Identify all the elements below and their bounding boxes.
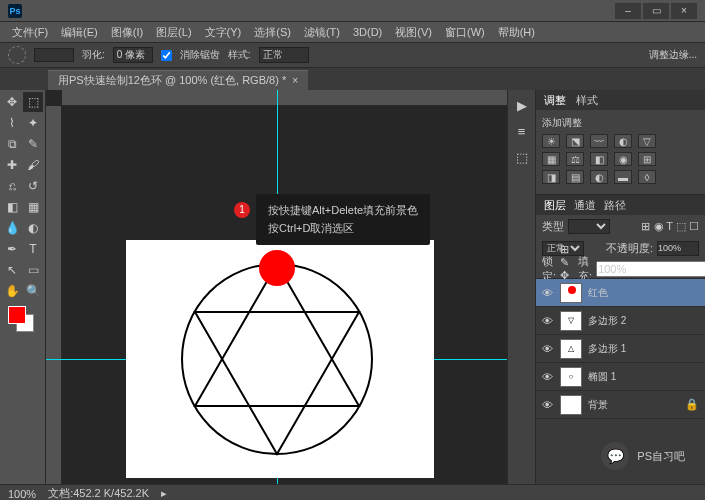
brightness-icon[interactable]: ☀	[542, 134, 560, 148]
layer-row[interactable]: 👁 背景 🔒	[536, 391, 705, 419]
color-swatches[interactable]	[2, 302, 43, 336]
layer-thumb[interactable]: △	[560, 339, 582, 359]
history-icon[interactable]: ▶	[513, 96, 531, 114]
brush-tool[interactable]: 🖌	[23, 155, 43, 175]
layer-name[interactable]: 红色	[588, 286, 608, 300]
menu-edit[interactable]: 编辑(E)	[55, 23, 104, 42]
gradient-tool[interactable]: ▦	[23, 197, 43, 217]
shape-tool[interactable]: ▭	[23, 260, 43, 280]
layer-row[interactable]: 👁 ▽ 多边形 2	[536, 307, 705, 335]
marquee-tool[interactable]: ⬚	[23, 92, 43, 112]
text-tool[interactable]: T	[23, 239, 43, 259]
pen-tool[interactable]: ✒	[2, 239, 22, 259]
tab-close-icon[interactable]: ×	[292, 75, 298, 86]
tooltip-number: 1	[234, 202, 250, 218]
channels-tab[interactable]: 通道	[574, 198, 596, 213]
color-balance-icon[interactable]: ⚖	[566, 152, 584, 166]
close-button[interactable]: ×	[671, 3, 697, 19]
tools-panel: ✥ ⬚ ⌇ ✦ ⧉ ✎ ✚ 🖌 ⎌ ↺ ◧ ▦ 💧 ◐ ✒ T ↖ ▭ ✋ 🔍	[0, 90, 46, 484]
exposure-icon[interactable]: ◐	[614, 134, 632, 148]
layer-thumb[interactable]: ▽	[560, 311, 582, 331]
layer-row[interactable]: 👁 △ 多边形 1	[536, 335, 705, 363]
paths-tab[interactable]: 路径	[604, 198, 626, 213]
blur-tool[interactable]: 💧	[2, 218, 22, 238]
layer-thumb[interactable]	[560, 283, 582, 303]
selective-color-icon[interactable]: ◊	[638, 170, 656, 184]
dodge-tool[interactable]: ◐	[23, 218, 43, 238]
canvas-area[interactable]: 1 按快捷键Alt+Delete填充前景色 按Ctrl+D取消选区	[46, 90, 507, 484]
lasso-tool[interactable]: ⌇	[2, 113, 22, 133]
visibility-icon[interactable]: 👁	[542, 315, 554, 327]
visibility-icon[interactable]: 👁	[542, 287, 554, 299]
visibility-icon[interactable]: 👁	[542, 399, 554, 411]
eraser-tool[interactable]: ◧	[2, 197, 22, 217]
refine-edge[interactable]: 调整边缘...	[649, 48, 697, 62]
zoom-tool[interactable]: 🔍	[23, 281, 43, 301]
menu-image[interactable]: 图像(I)	[105, 23, 149, 42]
layer-name[interactable]: 背景	[588, 398, 608, 412]
hue-icon[interactable]: ▦	[542, 152, 560, 166]
layer-thumb[interactable]	[560, 395, 582, 415]
wand-tool[interactable]: ✦	[23, 113, 43, 133]
channel-mixer-icon[interactable]: ⊞	[638, 152, 656, 166]
document-tab[interactable]: 用PS快速绘制12色环 @ 100% (红色, RGB/8) * ×	[48, 70, 308, 90]
menu-select[interactable]: 选择(S)	[248, 23, 297, 42]
fill-input[interactable]	[596, 261, 705, 277]
gradient-map-icon[interactable]: ▬	[614, 170, 632, 184]
menu-file[interactable]: 文件(F)	[6, 23, 54, 42]
layer-row[interactable]: 👁 ○ 椭圆 1	[536, 363, 705, 391]
menu-filter[interactable]: 滤镜(T)	[298, 23, 346, 42]
layer-name[interactable]: 多边形 2	[588, 314, 626, 328]
antialias-check[interactable]	[161, 50, 172, 61]
move-tool[interactable]: ✥	[2, 92, 22, 112]
crop-tool[interactable]: ⧉	[2, 134, 22, 154]
adjustments-tab[interactable]: 调整	[544, 93, 566, 108]
layer-thumb[interactable]: ○	[560, 367, 582, 387]
layer-row[interactable]: 👁 红色	[536, 279, 705, 307]
path-tool[interactable]: ↖	[2, 260, 22, 280]
actions-icon[interactable]: ≡	[513, 122, 531, 140]
style-select[interactable]: 正常	[259, 47, 309, 63]
zoom-level[interactable]: 100%	[8, 488, 36, 500]
stamp-tool[interactable]: ⎌	[2, 176, 22, 196]
opacity-input[interactable]	[657, 241, 699, 256]
layers-tab[interactable]: 图层	[544, 198, 566, 213]
posterize-icon[interactable]: ▤	[566, 170, 584, 184]
styles-tab[interactable]: 样式	[576, 93, 598, 108]
visibility-icon[interactable]: 👁	[542, 343, 554, 355]
menu-help[interactable]: 帮助(H)	[492, 23, 541, 42]
feather-input[interactable]: 0 像素	[113, 47, 153, 63]
levels-icon[interactable]: ⬔	[566, 134, 584, 148]
properties-icon[interactable]: ⬚	[513, 148, 531, 166]
selection-mode[interactable]	[34, 48, 74, 62]
foreground-color[interactable]	[8, 306, 26, 324]
ruler-horizontal[interactable]	[62, 90, 507, 106]
layer-name[interactable]: 椭圆 1	[588, 370, 616, 384]
vibrance-icon[interactable]: ▽	[638, 134, 656, 148]
menu-3d[interactable]: 3D(D)	[347, 24, 388, 40]
ruler-vertical[interactable]	[46, 106, 62, 484]
status-chevron[interactable]: ▸	[161, 487, 167, 500]
minimize-button[interactable]: –	[615, 3, 641, 19]
adjustments-tabs: 调整 样式	[536, 90, 705, 110]
maximize-button[interactable]: ▭	[643, 3, 669, 19]
photo-filter-icon[interactable]: ◉	[614, 152, 632, 166]
hand-tool[interactable]: ✋	[2, 281, 22, 301]
visibility-icon[interactable]: 👁	[542, 371, 554, 383]
threshold-icon[interactable]: ◐	[590, 170, 608, 184]
bw-icon[interactable]: ◧	[590, 152, 608, 166]
menu-layer[interactable]: 图层(L)	[150, 23, 197, 42]
layer-name[interactable]: 多边形 1	[588, 342, 626, 356]
menu-view[interactable]: 视图(V)	[389, 23, 438, 42]
invert-icon[interactable]: ◨	[542, 170, 560, 184]
history-brush-tool[interactable]: ↺	[23, 176, 43, 196]
marquee-preset-icon[interactable]	[8, 46, 26, 64]
wechat-icon: 💬	[601, 442, 629, 470]
menu-type[interactable]: 文字(Y)	[199, 23, 248, 42]
curves-icon[interactable]: 〰	[590, 134, 608, 148]
kind-select[interactable]	[568, 219, 610, 234]
eyedropper-tool[interactable]: ✎	[23, 134, 43, 154]
canvas[interactable]	[126, 240, 434, 478]
menu-window[interactable]: 窗口(W)	[439, 23, 491, 42]
heal-tool[interactable]: ✚	[2, 155, 22, 175]
